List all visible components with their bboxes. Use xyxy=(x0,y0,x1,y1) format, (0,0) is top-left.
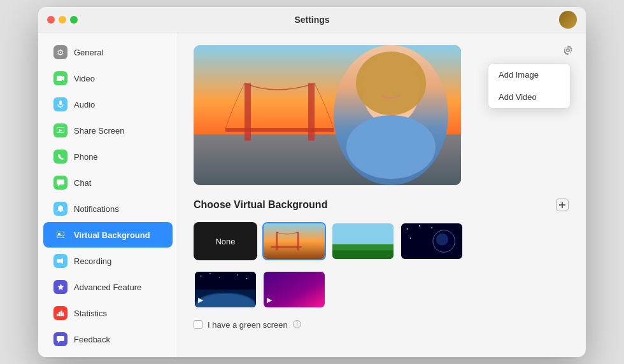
info-icon[interactable]: ⓘ xyxy=(293,319,301,330)
svg-marker-7 xyxy=(58,185,60,186)
sidebar-item-general[interactable]: ⚙ General xyxy=(43,39,173,65)
phone-icon xyxy=(53,150,67,164)
purple-video-icon: ▶ xyxy=(267,296,272,304)
svg-rect-6 xyxy=(57,179,64,185)
add-image-option[interactable]: Add Image xyxy=(488,64,570,86)
avatar xyxy=(559,11,577,29)
notifications-icon xyxy=(53,202,67,216)
maximize-button[interactable] xyxy=(70,16,78,24)
sidebar-label-virtual-background: Virtual Background xyxy=(74,230,150,240)
bg-space-thumb[interactable] xyxy=(400,222,464,260)
sidebar-item-audio[interactable]: Audio xyxy=(43,92,173,117)
bg-bridge-thumb[interactable] xyxy=(262,222,326,260)
svg-point-58 xyxy=(209,273,211,274)
svg-point-61 xyxy=(246,278,247,279)
svg-rect-16 xyxy=(62,312,64,316)
green-screen-checkbox[interactable] xyxy=(194,320,202,329)
sidebar-item-feedback[interactable]: Feedback xyxy=(43,326,173,352)
green-screen-row: I have a green screen ⓘ xyxy=(194,319,571,330)
svg-point-32 xyxy=(356,52,426,115)
svg-marker-5 xyxy=(59,129,62,132)
sidebar-item-recording[interactable]: Recording xyxy=(43,248,173,274)
svg-rect-27 xyxy=(245,83,251,141)
gear-button[interactable] xyxy=(559,41,577,59)
title-bar: Settings xyxy=(38,7,586,32)
chat-icon xyxy=(53,176,67,190)
svg-rect-40 xyxy=(271,246,302,248)
bg-purple-thumb[interactable]: ▶ xyxy=(262,270,326,309)
svg-point-51 xyxy=(410,237,411,239)
general-icon: ⚙ xyxy=(53,45,67,59)
svg-point-60 xyxy=(237,274,238,276)
feedback-icon xyxy=(53,332,67,346)
svg-marker-18 xyxy=(58,341,60,343)
svg-point-47 xyxy=(436,234,448,246)
sidebar-label-recording: Recording xyxy=(74,256,111,266)
svg-point-50 xyxy=(431,227,432,228)
svg-rect-8 xyxy=(60,211,62,212)
svg-marker-1 xyxy=(62,76,64,81)
statistics-icon xyxy=(53,306,67,320)
svg-rect-41 xyxy=(332,223,394,244)
advanced-feature-icon xyxy=(53,280,67,294)
add-background-button[interactable] xyxy=(554,197,571,213)
sidebar-label-chat: Chat xyxy=(74,178,91,188)
svg-point-11 xyxy=(57,259,60,263)
svg-rect-15 xyxy=(60,311,62,316)
svg-marker-12 xyxy=(57,284,64,290)
bg-grass-thumb[interactable] xyxy=(331,222,395,260)
main-content: Choose Virtual Background None xyxy=(178,32,586,357)
sidebar-label-video: Video xyxy=(74,74,95,83)
bg-none-thumb[interactable]: None xyxy=(194,222,257,260)
sidebar-label-feedback: Feedback xyxy=(74,335,110,344)
recording-icon xyxy=(53,254,67,268)
sidebar-item-advanced-feature[interactable]: Advanced Feature xyxy=(43,274,173,300)
svg-rect-17 xyxy=(57,336,64,341)
add-video-option[interactable]: Add Video xyxy=(488,86,570,108)
close-button[interactable] xyxy=(47,16,55,24)
earth-video-icon: ▶ xyxy=(198,296,203,304)
sidebar-item-share-screen[interactable]: Share Screen xyxy=(43,118,173,143)
svg-point-48 xyxy=(407,228,408,230)
svg-point-59 xyxy=(219,277,220,277)
sidebar-label-audio: Audio xyxy=(74,100,95,109)
bg-earth-thumb[interactable]: ▶ xyxy=(194,270,257,309)
sidebar-label-phone: Phone xyxy=(74,152,98,162)
virtual-background-icon xyxy=(53,228,67,242)
green-screen-label: I have a green screen xyxy=(208,320,288,330)
sidebar-item-video[interactable]: Video xyxy=(43,66,173,91)
sidebar: ⚙ General Video Audio Share Screen xyxy=(38,32,178,357)
sidebar-item-virtual-background[interactable]: Virtual Background xyxy=(43,222,173,248)
traffic-lights xyxy=(47,16,78,24)
window-body: ⚙ General Video Audio Share Screen xyxy=(38,32,586,357)
sidebar-label-advanced-feature: Advanced Feature xyxy=(74,283,141,292)
svg-point-57 xyxy=(201,276,202,277)
minimize-button[interactable] xyxy=(59,16,66,24)
sidebar-item-statistics[interactable]: Statistics xyxy=(43,300,173,326)
app-window: Settings ⚙ General Video Audio xyxy=(38,7,586,357)
video-icon xyxy=(53,71,67,85)
svg-rect-29 xyxy=(225,128,334,132)
svg-rect-62 xyxy=(264,272,325,307)
sidebar-label-share-screen: Share Screen xyxy=(74,126,125,136)
share-screen-icon xyxy=(53,123,67,137)
svg-rect-43 xyxy=(332,250,394,259)
virtual-background-preview xyxy=(194,45,461,185)
svg-point-33 xyxy=(346,115,436,179)
svg-rect-2 xyxy=(59,101,62,105)
background-grid-row1: None xyxy=(194,222,571,260)
svg-rect-0 xyxy=(57,76,62,81)
sidebar-item-phone[interactable]: Phone xyxy=(43,144,173,169)
audio-icon xyxy=(53,97,67,111)
window-title: Settings xyxy=(294,15,329,25)
svg-rect-14 xyxy=(59,312,60,316)
svg-point-49 xyxy=(419,225,420,227)
sidebar-item-keyboard-shortcuts[interactable]: Keyboard Shortcuts xyxy=(43,353,173,357)
svg-rect-37 xyxy=(264,223,325,259)
add-background-dropdown: Add Image Add Video xyxy=(488,63,571,109)
svg-rect-13 xyxy=(57,314,59,316)
section-header: Choose Virtual Background xyxy=(194,197,571,213)
sidebar-item-notifications[interactable]: Notifications xyxy=(43,196,173,221)
svg-rect-44 xyxy=(401,223,462,259)
sidebar-item-chat[interactable]: Chat xyxy=(43,170,173,195)
